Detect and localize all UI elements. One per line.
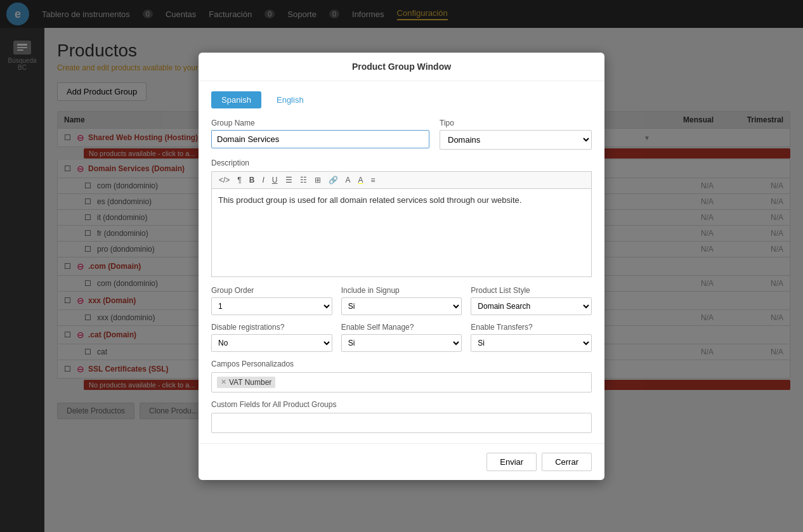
custom-all-label: Custom Fields for All Product Groups bbox=[211, 400, 592, 409]
description-label: Description bbox=[211, 159, 592, 167]
campos-label: Campos Personalizados bbox=[211, 360, 592, 368]
tag-vat: ✕ VAT Number bbox=[217, 377, 275, 388]
modal-title: Product Group Window bbox=[199, 53, 604, 81]
group-order-label: Group Order bbox=[211, 286, 332, 295]
toolbar-ol[interactable]: ☷ bbox=[297, 174, 310, 186]
toolbar-bold[interactable]: B bbox=[246, 174, 258, 186]
product-list-style-label: Product List Style bbox=[471, 286, 592, 295]
toolbar-italic[interactable]: I bbox=[259, 174, 267, 186]
toolbar-table[interactable]: ⊞ bbox=[311, 174, 324, 186]
description-section: Description </> ¶ B I U ☰ ☷ ⊞ 🔗 A A ≡ Th… bbox=[211, 159, 592, 277]
toolbar-bgcolor[interactable]: A bbox=[355, 174, 367, 186]
editor-toolbar: </> ¶ B I U ☰ ☷ ⊞ 🔗 A A ≡ bbox=[211, 171, 592, 188]
tipo-label: Tipo bbox=[440, 119, 592, 127]
product-list-style-field: Product List Style Domain SearchStandard bbox=[471, 286, 592, 315]
toolbar-align[interactable]: ≡ bbox=[368, 174, 379, 186]
editor-content[interactable]: This product group is used for all domai… bbox=[211, 188, 592, 277]
disable-reg-field: Disable registrations? NoSi bbox=[211, 323, 332, 352]
toolbar-underline[interactable]: U bbox=[269, 174, 281, 186]
include-signup-label: Include in Signup bbox=[341, 286, 462, 295]
enable-self-select[interactable]: SiNo bbox=[341, 334, 462, 352]
tag-label: VAT Number bbox=[229, 378, 271, 387]
custom-all-input[interactable] bbox=[211, 413, 592, 433]
tipo-select[interactable]: Domains Hosting SSL bbox=[440, 130, 592, 150]
description-text: This product group is used for all domai… bbox=[218, 195, 521, 205]
cerrar-button[interactable]: Cerrar bbox=[542, 453, 592, 471]
toolbar-para[interactable]: ¶ bbox=[234, 174, 244, 186]
lang-tabs: Spanish English bbox=[211, 91, 592, 108]
campos-section: Campos Personalizados ✕ VAT Number bbox=[211, 360, 592, 393]
enable-self-field: Enable Self Manage? SiNo bbox=[341, 323, 462, 352]
form-row-disable-self-transfers: Disable registrations? NoSi Enable Self … bbox=[211, 323, 592, 352]
toolbar-link[interactable]: 🔗 bbox=[325, 174, 341, 186]
modal-footer: Enviar Cerrar bbox=[199, 443, 604, 480]
group-name-label: Group Name bbox=[211, 119, 429, 127]
enable-transfers-select[interactable]: SiNo bbox=[471, 334, 592, 352]
include-signup-select[interactable]: SiNo bbox=[341, 297, 462, 315]
group-order-select[interactable]: 123 bbox=[211, 297, 332, 315]
custom-all-section: Custom Fields for All Product Groups bbox=[211, 400, 592, 433]
group-name-field: Group Name bbox=[211, 119, 429, 150]
modal-overlay: Product Group Window Spanish English Gro… bbox=[0, 0, 803, 532]
toolbar-code[interactable]: </> bbox=[216, 174, 233, 186]
group-order-field: Group Order 123 bbox=[211, 286, 332, 315]
disable-reg-select[interactable]: NoSi bbox=[211, 334, 332, 352]
tipo-field: Tipo Domains Hosting SSL bbox=[440, 119, 592, 150]
enable-transfers-field: Enable Transfers? SiNo bbox=[471, 323, 592, 352]
disable-reg-label: Disable registrations? bbox=[211, 323, 332, 332]
tab-spanish[interactable]: Spanish bbox=[211, 91, 261, 108]
modal-body: Spanish English Group Name Tipo Domains … bbox=[199, 81, 604, 443]
group-name-input[interactable] bbox=[211, 130, 429, 148]
toolbar-ul[interactable]: ☰ bbox=[282, 174, 296, 186]
toolbar-color[interactable]: A bbox=[343, 174, 354, 186]
include-signup-field: Include in Signup SiNo bbox=[341, 286, 462, 315]
product-group-modal: Product Group Window Spanish English Gro… bbox=[199, 53, 604, 480]
tab-english[interactable]: English bbox=[266, 91, 314, 108]
product-list-style-select[interactable]: Domain SearchStandard bbox=[471, 297, 592, 315]
form-row-name-tipo: Group Name Tipo Domains Hosting SSL bbox=[211, 119, 592, 150]
form-row-order-signup-style: Group Order 123 Include in Signup SiNo bbox=[211, 286, 592, 315]
tag-remove-icon[interactable]: ✕ bbox=[221, 378, 226, 386]
campos-tag-input[interactable]: ✕ VAT Number bbox=[211, 372, 592, 393]
enable-self-label: Enable Self Manage? bbox=[341, 323, 462, 332]
enable-transfers-label: Enable Transfers? bbox=[471, 323, 592, 332]
enviar-button[interactable]: Enviar bbox=[486, 453, 537, 471]
